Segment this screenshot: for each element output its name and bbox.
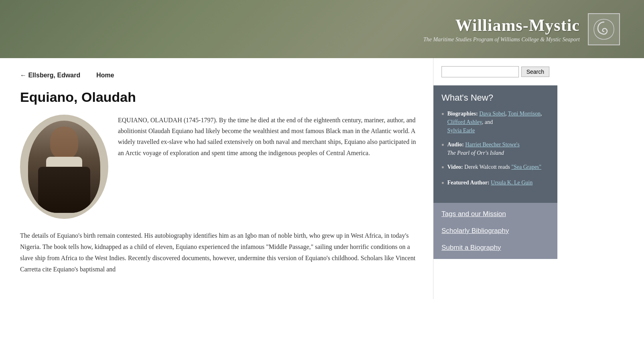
nav-bar: ← Ellsberg, Edward Home <box>20 66 421 86</box>
link-clifford-ashley[interactable]: Clifford Ashley <box>447 119 482 125</box>
logo-icon <box>592 17 616 41</box>
sidebar: Search What's New? ▪ Biographies: Dava S… <box>433 58 557 299</box>
list-item-video: ▪ Video: Derek Walcott reads "Sea Grapes… <box>441 163 549 173</box>
header-text: Williams-Mystic The Maritime Studies Pro… <box>423 16 580 43</box>
portrait-body <box>38 167 90 213</box>
bullet-icon-4: ▪ <box>441 178 444 188</box>
portrait-image <box>20 115 108 219</box>
site-header: Williams-Mystic The Maritime Studies Pro… <box>0 0 644 58</box>
featured-content: Featured Author: Ursula K. Le Guin <box>447 178 533 187</box>
submit-biography-link[interactable]: Submit a Biography <box>441 244 549 252</box>
whats-new-list: ▪ Biographies: Dava Sobel, Toni Morrison… <box>441 109 549 188</box>
site-subtitle: The Maritime Studies Program of Williams… <box>423 36 580 43</box>
featured-label: Featured Author: <box>447 180 491 186</box>
sidebar-links-section: Tags and our Mission Scholarly Bibliogra… <box>433 203 557 259</box>
nav-back-link[interactable]: ← Ellsberg, Edward <box>20 72 80 79</box>
list-item-biographies: ▪ Biographies: Dava Sobel, Toni Morrison… <box>441 109 549 135</box>
search-form: Search <box>441 66 549 77</box>
video-content: Video: Derek Walcott reads "Sea Grapes" <box>447 163 541 171</box>
biographies-label: Biographies: <box>447 111 479 117</box>
bullet-icon-2: ▪ <box>441 140 444 150</box>
page-wrapper: ← Ellsberg, Edward Home Equiano, Olaudah… <box>0 58 644 299</box>
bio-intro-text: EQUIANO, OLAUDAH (1745-1797). By the tim… <box>118 115 421 219</box>
site-logo <box>588 13 620 45</box>
link-harriet-beecher[interactable]: Harriet Beecher Stowe's <box>465 142 519 148</box>
list-item-audio: ▪ Audio: Harriet Beecher Stowe's The Pea… <box>441 140 549 157</box>
site-title: Williams-Mystic <box>423 16 580 35</box>
link-sylvia-earle[interactable]: Sylvia Earle <box>447 127 475 133</box>
bio-body-paragraph: The details of Equiano's birth remain co… <box>20 230 421 275</box>
whats-new-section: What's New? ▪ Biographies: Dava Sobel, T… <box>433 85 557 203</box>
bio-intro-section: EQUIANO, OLAUDAH (1745-1797). By the tim… <box>20 115 421 219</box>
biographies-content: Biographies: Dava Sobel, Toni Morrison, … <box>447 109 549 135</box>
audio-label: Audio: <box>447 142 465 148</box>
tags-mission-link[interactable]: Tags and our Mission <box>441 210 549 218</box>
audio-book-title: The Pearl of Orr's Island <box>447 150 504 156</box>
list-item-featured-author: ▪ Featured Author: Ursula K. Le Guin <box>441 178 549 188</box>
video-label: Video: <box>447 164 464 170</box>
link-toni-morrison[interactable]: Toni Morrison <box>508 111 541 117</box>
audio-content: Audio: Harriet Beecher Stowe's The Pearl… <box>447 140 519 157</box>
search-area: Search <box>433 58 557 85</box>
header-content: Williams-Mystic The Maritime Studies Pro… <box>423 13 620 45</box>
bullet-icon: ▪ <box>441 109 444 119</box>
page-title: Equiano, Olaudah <box>20 89 421 105</box>
portrait-head <box>50 127 78 159</box>
nav-home-link[interactable]: Home <box>96 72 114 79</box>
portrait-container <box>20 115 108 219</box>
whats-new-title: What's New? <box>441 93 549 103</box>
main-content: ← Ellsberg, Edward Home Equiano, Olaudah… <box>0 58 433 299</box>
search-button[interactable]: Search <box>521 67 549 77</box>
link-ursula-le-guin[interactable]: Ursula K. Le Guin <box>491 180 533 186</box>
search-input[interactable] <box>441 66 519 77</box>
link-sea-grapes[interactable]: "Sea Grapes" <box>511 164 541 170</box>
bullet-icon-3: ▪ <box>441 162 444 173</box>
portrait-figure <box>28 121 100 213</box>
video-prefix: Derek Walcott reads <box>464 164 511 170</box>
scholarly-bibliography-link[interactable]: Scholarly Bibliography <box>441 227 549 235</box>
link-dava-sobel[interactable]: Dava Sobel <box>479 111 505 117</box>
